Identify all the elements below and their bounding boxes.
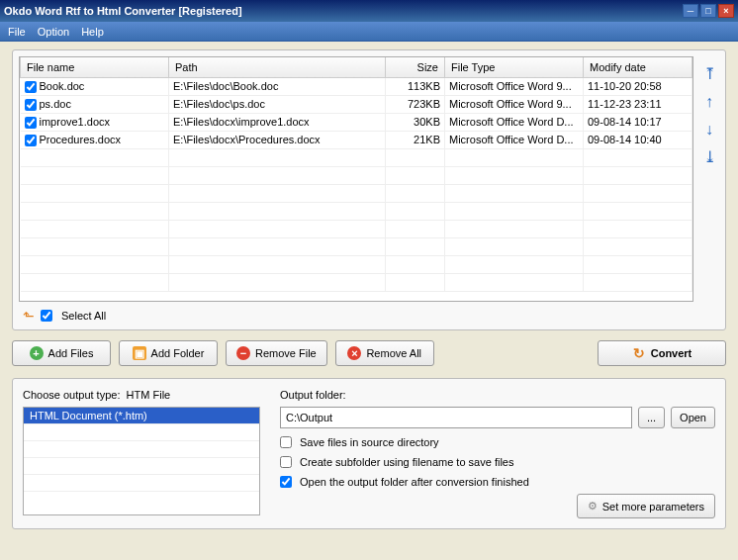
browse-button[interactable]: ... bbox=[638, 407, 665, 428]
move-up-icon[interactable]: ↑ bbox=[705, 94, 713, 110]
convert-icon: ↻ bbox=[632, 346, 646, 360]
close-button[interactable]: × bbox=[718, 4, 734, 18]
menubar: File Option Help bbox=[0, 22, 738, 42]
file-list-panel: File name Path Size File Type Modify dat… bbox=[12, 49, 726, 330]
maximize-button[interactable]: □ bbox=[700, 4, 716, 18]
gear-icon: ⚙ bbox=[588, 500, 598, 513]
save-source-checkbox[interactable] bbox=[280, 436, 292, 448]
minimize-button[interactable]: ─ bbox=[683, 4, 698, 18]
folder-icon: ▣ bbox=[133, 346, 146, 360]
table-row[interactable]: Procedures.docx E:\Files\docx\Procedures… bbox=[21, 131, 692, 148]
col-size[interactable]: Size bbox=[386, 57, 445, 77]
add-files-button[interactable]: +Add Files bbox=[12, 340, 111, 366]
table-row[interactable]: Book.doc E:\Files\doc\Book.doc 113KB Mic… bbox=[21, 77, 692, 95]
set-parameters-button[interactable]: ⚙Set more parameters bbox=[577, 494, 715, 518]
reorder-buttons: ⤒ ↑ ↓ ⤓ bbox=[699, 56, 719, 302]
output-panel: Choose output type: HTM File HTML Docume… bbox=[12, 378, 726, 529]
select-all-checkbox[interactable] bbox=[41, 310, 52, 322]
up-level-icon[interactable]: ⬑ bbox=[23, 308, 35, 324]
move-down-icon[interactable]: ↓ bbox=[705, 122, 713, 138]
create-subfolder-label: Create subfolder using filename to save … bbox=[300, 456, 513, 468]
row-checkbox[interactable] bbox=[25, 135, 37, 146]
move-bottom-icon[interactable]: ⤓ bbox=[703, 149, 716, 165]
convert-button[interactable]: ↻Convert bbox=[598, 340, 726, 366]
open-after-label: Open the output folder after conversion … bbox=[300, 476, 529, 488]
row-checkbox[interactable] bbox=[25, 99, 37, 111]
col-modifydate[interactable]: Modify date bbox=[584, 57, 692, 77]
minus-icon: − bbox=[236, 346, 250, 360]
col-filename[interactable]: File name bbox=[21, 57, 169, 77]
create-subfolder-checkbox[interactable] bbox=[280, 456, 292, 468]
file-table[interactable]: File name Path Size File Type Modify dat… bbox=[19, 56, 693, 302]
menu-help[interactable]: Help bbox=[81, 26, 104, 38]
open-button[interactable]: Open bbox=[671, 407, 715, 428]
col-path[interactable]: Path bbox=[169, 57, 386, 77]
window-title: Okdo Word Rtf to Html Converter [Registe… bbox=[4, 5, 683, 17]
open-after-checkbox[interactable] bbox=[280, 476, 292, 488]
menu-option[interactable]: Option bbox=[38, 26, 69, 38]
add-folder-button[interactable]: ▣Add Folder bbox=[119, 340, 218, 366]
plus-icon: + bbox=[30, 346, 44, 360]
choose-output-label: Choose output type: HTM File bbox=[23, 389, 170, 401]
x-icon: × bbox=[347, 346, 361, 360]
output-folder-input[interactable] bbox=[280, 407, 632, 428]
output-type-list[interactable]: HTML Document (*.htm) bbox=[23, 407, 260, 515]
col-filetype[interactable]: File Type bbox=[445, 57, 584, 77]
remove-all-button[interactable]: ×Remove All bbox=[335, 340, 434, 366]
list-item[interactable]: HTML Document (*.htm) bbox=[24, 408, 259, 424]
table-row[interactable]: improve1.docx E:\Files\docx\improve1.doc… bbox=[21, 113, 692, 131]
titlebar: Okdo Word Rtf to Html Converter [Registe… bbox=[0, 0, 738, 22]
window-controls: ─ □ × bbox=[683, 4, 734, 18]
save-source-label: Save files in source directory bbox=[300, 436, 439, 448]
row-checkbox[interactable] bbox=[25, 81, 37, 93]
row-checkbox[interactable] bbox=[25, 117, 37, 129]
remove-file-button[interactable]: −Remove File bbox=[226, 340, 327, 366]
move-top-icon[interactable]: ⤒ bbox=[703, 66, 716, 82]
table-row[interactable]: ps.doc E:\Files\doc\ps.doc 723KB Microso… bbox=[21, 95, 692, 113]
select-all-label: Select All bbox=[61, 310, 106, 322]
menu-file[interactable]: File bbox=[8, 26, 26, 38]
output-folder-label: Output folder: bbox=[280, 389, 346, 401]
